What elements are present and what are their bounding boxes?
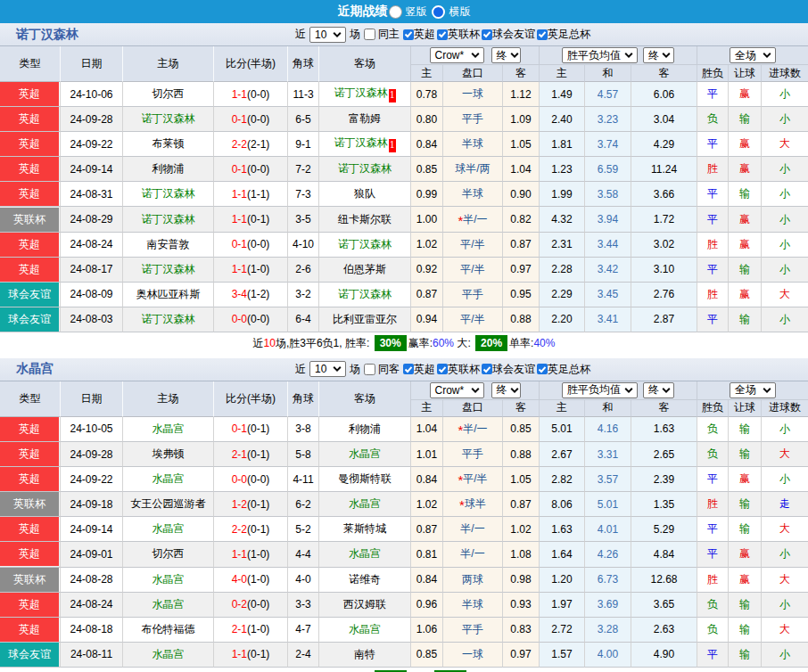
cell-eu-home: 1.97 [540, 593, 585, 618]
asia-odds-group: Crow*终 [411, 381, 540, 400]
recent-count-select[interactable]: 10 [309, 361, 346, 377]
cell-corner: 4-7 [288, 618, 319, 643]
cell-eu-home: 1.63 [540, 517, 585, 542]
cell-score: 0-1(0-0) [214, 157, 288, 182]
col-date: 日期 [61, 381, 123, 417]
cell-date: 24-08-31 [61, 182, 123, 207]
col-away: 客场 [319, 381, 411, 417]
cell-league: 球会友谊 [0, 643, 61, 668]
team-name: 诺丁汉森林 [16, 27, 78, 43]
league-3-checkbox[interactable] [537, 29, 548, 40]
league-0-checkbox[interactable] [403, 364, 414, 374]
league-1-label[interactable]: 英联杯 [448, 27, 480, 42]
league-2-label[interactable]: 球会友谊 [492, 27, 535, 42]
vertical-layout-label[interactable]: 竖版 [406, 4, 427, 20]
league-1-checkbox[interactable] [437, 364, 448, 374]
cell-eu-draw: 3.23 [585, 107, 631, 132]
asia-final-select[interactable]: 终 [491, 382, 521, 398]
europe-odds-selects: 胜平负均值终 [540, 382, 697, 398]
cell-eu-home: 2.20 [540, 307, 585, 332]
league-3-label[interactable]: 英足总杯 [548, 27, 590, 42]
horizontal-layout-radio[interactable] [432, 5, 445, 19]
asia-final-select[interactable]: 终 [491, 47, 521, 63]
cell-result: 负 [697, 593, 729, 618]
check-icon [438, 365, 447, 373]
cell-league: 英超 [0, 132, 61, 157]
games-label: 场 [350, 362, 360, 377]
europe-odds-select[interactable]: 胜平负均值 [562, 382, 638, 398]
cell-corner: 7-2 [288, 157, 319, 182]
cell-result: 平 [697, 517, 729, 542]
rate-badge: 20% [475, 335, 507, 351]
same-venue-checkbox[interactable] [364, 364, 375, 375]
cell-home-team: 切尔西 [123, 542, 214, 567]
cell-score: 2-1(0-1) [214, 442, 288, 467]
cell-eu-draw: 3.58 [585, 182, 631, 207]
cell-date: 24-08-24 [61, 593, 123, 618]
horizontal-layout-label[interactable]: 横版 [449, 4, 471, 20]
cell-eu-draw: 3.41 [585, 307, 631, 332]
bookmaker-select[interactable]: Crow* [430, 382, 484, 398]
same-venue-checkbox[interactable] [364, 29, 375, 40]
scope-select-wrap: 全场 [697, 47, 808, 63]
league-2-checkbox[interactable] [482, 364, 492, 374]
cell-eu-draw: 3.45 [585, 283, 631, 307]
league-1-checkbox[interactable] [437, 29, 448, 40]
summary-text: 近 [253, 337, 264, 349]
scope-select[interactable]: 全场 [730, 47, 776, 63]
vertical-layout-radio[interactable] [389, 5, 402, 19]
league-2-label[interactable]: 球会友谊 [492, 362, 535, 377]
select-value: 胜平负均值 [567, 382, 621, 397]
match-row: 英超24-08-18布伦特福德2-1(1-0)4-7水晶宫1.06平手0.832… [0, 618, 808, 643]
cell-result: 平 [697, 207, 729, 232]
cell-date: 24-09-01 [61, 542, 123, 567]
check-icon [438, 30, 447, 38]
cell-asia-home: 1.04 [411, 417, 443, 442]
cell-goals: 大 [762, 517, 808, 542]
bookmaker-select[interactable]: Crow* [430, 47, 484, 63]
col-handicap: 让球 [729, 65, 762, 82]
match-row: 英超24-08-17诺丁汉森林1-1(1-0)2-6伯恩茅斯0.92平/半0.9… [0, 258, 808, 283]
europe-final-select[interactable]: 终 [643, 47, 674, 63]
summary-text: 场,胜3平6负1, 胜率: [276, 337, 373, 349]
cell-away-team: 诺丁汉森林 [319, 283, 411, 307]
europe-odds-select[interactable]: 胜平负均值 [562, 47, 638, 63]
league-3-checkbox[interactable] [537, 364, 548, 374]
league-0-checkbox[interactable] [403, 29, 414, 40]
cell-score: 0-0(0-0) [214, 467, 288, 492]
cell-date: 24-08-03 [61, 307, 123, 332]
league-3-label[interactable]: 英足总杯 [548, 362, 590, 377]
recent-count-select[interactable]: 10 [309, 27, 346, 43]
cell-handicap: 输 [729, 107, 762, 132]
cell-score: 1-1(1-0) [214, 258, 288, 283]
scope-select[interactable]: 全场 [730, 382, 776, 398]
league-0-label[interactable]: 英超 [414, 27, 435, 42]
cell-league: 英超 [0, 258, 61, 283]
cell-corner: 3-3 [288, 593, 319, 618]
league-1-label[interactable]: 英联杯 [448, 362, 480, 377]
cell-asia-away: 1.05 [503, 132, 540, 157]
same-venue-label[interactable]: 同主 [378, 27, 400, 42]
result-group: 全场 [697, 381, 808, 400]
cell-league: 英超 [0, 182, 61, 207]
league-0-label[interactable]: 英超 [414, 362, 435, 377]
check-icon [404, 365, 413, 373]
same-venue-label[interactable]: 同客 [378, 362, 400, 377]
cell-score: 0-1(0-0) [214, 107, 288, 132]
summary-text: 大: [454, 337, 474, 349]
chevron-down-icon [471, 388, 480, 393]
cell-handicap: 赢 [729, 542, 762, 567]
chevron-down-icon [333, 366, 342, 372]
cell-handicap: 赢 [729, 233, 762, 258]
summary-text: 单率: [509, 337, 533, 349]
cell-eu-away: 11.24 [631, 157, 697, 182]
summary-stats: 近10场,胜2平4负4, 胜率: 20%赢率:30% 大: 40%单率:40% [0, 668, 808, 672]
cell-asia-home: 1.02 [411, 233, 443, 258]
cell-league: 英超 [0, 542, 61, 567]
select-value: 终 [497, 48, 507, 63]
europe-final-select[interactable]: 终 [643, 382, 674, 398]
cell-league: 英超 [0, 467, 61, 492]
cell-score: 1-1(1-1) [214, 182, 288, 207]
league-2-checkbox[interactable] [482, 29, 492, 40]
cell-goals: 大 [762, 132, 808, 157]
